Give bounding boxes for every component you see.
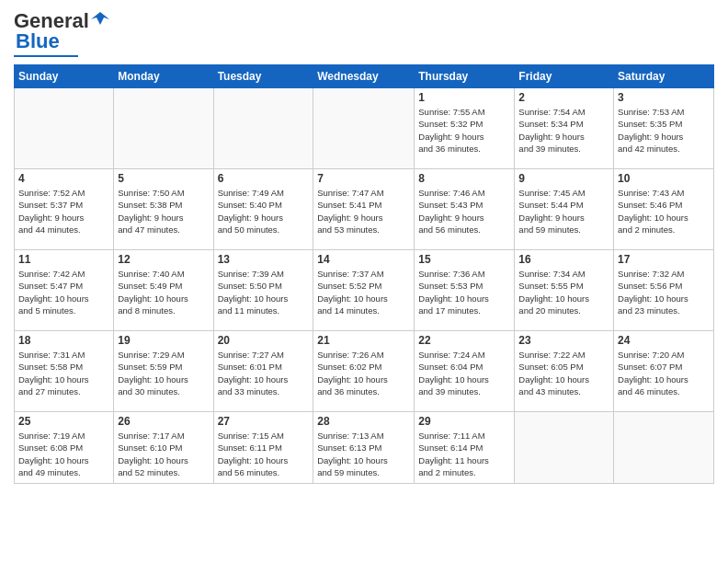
day-number: 14	[317, 253, 410, 266]
day-number: 1	[418, 91, 510, 104]
calendar-cell: 12Sunrise: 7:40 AM Sunset: 5:49 PM Dayli…	[114, 250, 213, 331]
calendar-week-4: 25Sunrise: 7:19 AM Sunset: 6:08 PM Dayli…	[15, 412, 714, 484]
calendar-cell: 18Sunrise: 7:31 AM Sunset: 5:58 PM Dayli…	[15, 331, 114, 412]
calendar-cell: 13Sunrise: 7:39 AM Sunset: 5:50 PM Dayli…	[213, 250, 313, 331]
day-number: 23	[518, 334, 609, 347]
day-number: 25	[18, 415, 109, 428]
day-info: Sunrise: 7:15 AM Sunset: 6:11 PM Dayligh…	[218, 430, 310, 478]
day-info: Sunrise: 7:49 AM Sunset: 5:40 PM Dayligh…	[218, 187, 310, 236]
calendar-cell: 17Sunrise: 7:32 AM Sunset: 5:56 PM Dayli…	[614, 250, 714, 331]
calendar-cell: 20Sunrise: 7:27 AM Sunset: 6:01 PM Dayli…	[213, 331, 313, 412]
calendar-cell: 7Sunrise: 7:47 AM Sunset: 5:41 PM Daylig…	[313, 169, 415, 250]
day-info: Sunrise: 7:13 AM Sunset: 6:13 PM Dayligh…	[317, 430, 410, 478]
day-info: Sunrise: 7:34 AM Sunset: 5:55 PM Dayligh…	[518, 268, 609, 316]
day-number: 12	[118, 253, 209, 266]
day-info: Sunrise: 7:54 AM Sunset: 5:34 PM Dayligh…	[518, 106, 609, 155]
day-info: Sunrise: 7:55 AM Sunset: 5:32 PM Dayligh…	[418, 106, 510, 155]
day-info: Sunrise: 7:20 AM Sunset: 6:07 PM Dayligh…	[618, 349, 710, 397]
page: General Blue SundayMondayTuesdayWednesda…	[0, 0, 728, 563]
calendar-cell: 10Sunrise: 7:43 AM Sunset: 5:46 PM Dayli…	[614, 169, 714, 250]
day-number: 18	[18, 334, 109, 347]
calendar-cell: 8Sunrise: 7:46 AM Sunset: 5:43 PM Daylig…	[415, 169, 515, 250]
day-info: Sunrise: 7:37 AM Sunset: 5:52 PM Dayligh…	[317, 268, 410, 316]
day-number: 29	[418, 415, 510, 428]
day-info: Sunrise: 7:27 AM Sunset: 6:01 PM Dayligh…	[218, 349, 310, 397]
day-number: 26	[118, 415, 209, 428]
calendar-cell: 15Sunrise: 7:36 AM Sunset: 5:53 PM Dayli…	[415, 250, 515, 331]
day-number: 8	[418, 172, 510, 185]
calendar-cell: 23Sunrise: 7:22 AM Sunset: 6:05 PM Dayli…	[515, 331, 614, 412]
calendar-week-1: 4Sunrise: 7:52 AM Sunset: 5:37 PM Daylig…	[15, 169, 714, 250]
calendar-cell: 9Sunrise: 7:45 AM Sunset: 5:44 PM Daylig…	[515, 169, 614, 250]
calendar-cell	[313, 88, 415, 169]
calendar-cell: 16Sunrise: 7:34 AM Sunset: 5:55 PM Dayli…	[515, 250, 614, 331]
day-info: Sunrise: 7:50 AM Sunset: 5:38 PM Dayligh…	[118, 187, 209, 236]
day-number: 16	[518, 253, 609, 266]
calendar-cell: 25Sunrise: 7:19 AM Sunset: 6:08 PM Dayli…	[15, 412, 114, 484]
calendar-cell: 1Sunrise: 7:55 AM Sunset: 5:32 PM Daylig…	[415, 88, 515, 169]
day-number: 6	[218, 172, 310, 185]
calendar-cell	[114, 88, 213, 169]
day-number: 22	[418, 334, 510, 347]
calendar-header-wednesday: Wednesday	[313, 65, 415, 88]
calendar-cell: 3Sunrise: 7:53 AM Sunset: 5:35 PM Daylig…	[614, 88, 714, 169]
day-info: Sunrise: 7:36 AM Sunset: 5:53 PM Dayligh…	[418, 268, 510, 316]
day-info: Sunrise: 7:45 AM Sunset: 5:44 PM Dayligh…	[518, 187, 609, 236]
day-info: Sunrise: 7:29 AM Sunset: 5:59 PM Dayligh…	[118, 349, 209, 397]
day-info: Sunrise: 7:32 AM Sunset: 5:56 PM Dayligh…	[618, 268, 710, 316]
calendar-week-2: 11Sunrise: 7:42 AM Sunset: 5:47 PM Dayli…	[15, 250, 714, 331]
day-number: 13	[218, 253, 310, 266]
day-number: 2	[518, 91, 609, 104]
day-number: 3	[618, 91, 710, 104]
calendar-cell: 14Sunrise: 7:37 AM Sunset: 5:52 PM Dayli…	[313, 250, 415, 331]
calendar-cell	[213, 88, 313, 169]
calendar-cell	[15, 88, 114, 169]
day-number: 5	[118, 172, 209, 185]
header: General Blue	[14, 9, 714, 57]
svg-marker-0	[91, 12, 109, 25]
day-number: 24	[618, 334, 710, 347]
day-number: 28	[317, 415, 410, 428]
logo-blue: Blue	[16, 29, 60, 52]
calendar-table: SundayMondayTuesdayWednesdayThursdayFrid…	[14, 64, 714, 484]
day-number: 9	[518, 172, 609, 185]
calendar-header-row: SundayMondayTuesdayWednesdayThursdayFrid…	[15, 65, 714, 88]
day-number: 17	[618, 253, 710, 266]
day-info: Sunrise: 7:43 AM Sunset: 5:46 PM Dayligh…	[618, 187, 710, 236]
calendar-week-3: 18Sunrise: 7:31 AM Sunset: 5:58 PM Dayli…	[15, 331, 714, 412]
calendar-header-saturday: Saturday	[614, 65, 714, 88]
day-info: Sunrise: 7:39 AM Sunset: 5:50 PM Dayligh…	[218, 268, 310, 316]
logo: General Blue	[14, 9, 109, 57]
day-number: 21	[317, 334, 410, 347]
calendar-cell: 26Sunrise: 7:17 AM Sunset: 6:10 PM Dayli…	[114, 412, 213, 484]
calendar-cell: 21Sunrise: 7:26 AM Sunset: 6:02 PM Dayli…	[313, 331, 415, 412]
calendar-header-tuesday: Tuesday	[213, 65, 313, 88]
day-number: 10	[618, 172, 710, 185]
calendar-cell: 6Sunrise: 7:49 AM Sunset: 5:40 PM Daylig…	[213, 169, 313, 250]
calendar-header-thursday: Thursday	[415, 65, 515, 88]
day-info: Sunrise: 7:24 AM Sunset: 6:04 PM Dayligh…	[418, 349, 510, 397]
calendar-week-0: 1Sunrise: 7:55 AM Sunset: 5:32 PM Daylig…	[15, 88, 714, 169]
calendar-cell: 27Sunrise: 7:15 AM Sunset: 6:11 PM Dayli…	[213, 412, 313, 484]
calendar-cell: 19Sunrise: 7:29 AM Sunset: 5:59 PM Dayli…	[114, 331, 213, 412]
day-info: Sunrise: 7:17 AM Sunset: 6:10 PM Dayligh…	[118, 430, 209, 478]
day-number: 4	[18, 172, 109, 185]
logo-bird-icon	[91, 12, 109, 27]
day-number: 7	[317, 172, 410, 185]
day-number: 15	[418, 253, 510, 266]
calendar-cell: 2Sunrise: 7:54 AM Sunset: 5:34 PM Daylig…	[515, 88, 614, 169]
day-info: Sunrise: 7:11 AM Sunset: 6:14 PM Dayligh…	[418, 430, 510, 478]
day-info: Sunrise: 7:52 AM Sunset: 5:37 PM Dayligh…	[18, 187, 109, 236]
day-info: Sunrise: 7:31 AM Sunset: 5:58 PM Dayligh…	[18, 349, 109, 397]
day-info: Sunrise: 7:46 AM Sunset: 5:43 PM Dayligh…	[418, 187, 510, 236]
calendar-cell: 28Sunrise: 7:13 AM Sunset: 6:13 PM Dayli…	[313, 412, 415, 484]
calendar-header-sunday: Sunday	[15, 65, 114, 88]
day-info: Sunrise: 7:42 AM Sunset: 5:47 PM Dayligh…	[18, 268, 109, 316]
day-info: Sunrise: 7:53 AM Sunset: 5:35 PM Dayligh…	[618, 106, 710, 155]
day-number: 27	[218, 415, 310, 428]
calendar-cell: 24Sunrise: 7:20 AM Sunset: 6:07 PM Dayli…	[614, 331, 714, 412]
calendar-cell: 11Sunrise: 7:42 AM Sunset: 5:47 PM Dayli…	[15, 250, 114, 331]
day-info: Sunrise: 7:40 AM Sunset: 5:49 PM Dayligh…	[118, 268, 209, 316]
day-info: Sunrise: 7:22 AM Sunset: 6:05 PM Dayligh…	[518, 349, 609, 397]
calendar-header-friday: Friday	[515, 65, 614, 88]
